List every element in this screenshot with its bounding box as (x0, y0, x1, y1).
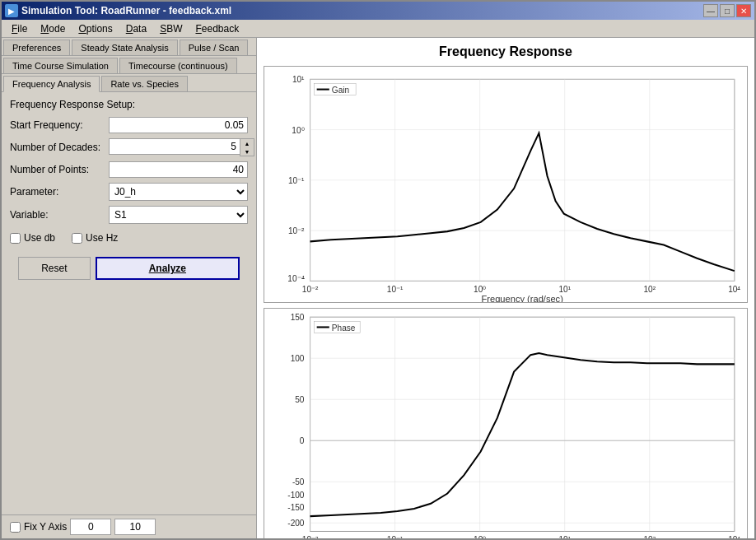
num-decades-row: Number of Decades: ▲ ▼ (10, 138, 248, 156)
maximize-button[interactable]: □ (720, 4, 735, 17)
num-points-input[interactable] (109, 161, 248, 178)
reset-button[interactable]: Reset (18, 257, 91, 280)
svg-text:10⁻¹: 10⁻¹ (387, 285, 404, 294)
chart-title: Frequency Response (264, 44, 748, 59)
app-icon: ▶ (5, 4, 18, 17)
use-db-text: Use db (24, 232, 55, 244)
svg-text:10²: 10² (643, 285, 656, 294)
tab-pulse-scan[interactable]: Pulse / Scan (180, 40, 249, 55)
form-area: Frequency Response Setup: Start Frequenc… (2, 92, 256, 310)
svg-text:10⁻²: 10⁻² (302, 535, 319, 538)
close-button[interactable]: ✕ (736, 4, 751, 17)
menu-options[interactable]: Options (72, 21, 119, 36)
start-frequency-input[interactable] (109, 117, 248, 133)
menu-data[interactable]: Data (119, 21, 153, 36)
tab-time-course[interactable]: Time Course Simulation (3, 58, 118, 73)
svg-text:0: 0 (300, 436, 305, 445)
num-decades-input[interactable] (109, 138, 240, 155)
use-hz-text: Use Hz (86, 232, 118, 244)
main-window: ▶ Simulation Tool: RoadRunner - feedback… (0, 0, 756, 540)
svg-text:50: 50 (295, 395, 305, 404)
svg-text:Phase: Phase (332, 323, 356, 332)
spin-down-button[interactable]: ▼ (240, 147, 254, 156)
variable-row: Variable: S1 S2 S3 (10, 206, 248, 224)
fix-y-axis-row: Fix Y Axis (2, 514, 256, 538)
variable-select[interactable]: S1 S2 S3 (109, 206, 248, 224)
start-frequency-row: Start Frequency: (10, 117, 248, 133)
svg-text:100: 100 (291, 354, 305, 363)
svg-text:10⁰: 10⁰ (474, 535, 486, 538)
svg-text:10¹: 10¹ (558, 535, 571, 538)
use-db-label: Use db (10, 232, 55, 244)
minimize-button[interactable]: — (703, 4, 718, 17)
svg-text:150: 150 (291, 313, 305, 322)
tab-rate-vs-species[interactable]: Rate vs. Species (101, 76, 188, 91)
svg-text:10²: 10² (643, 535, 656, 538)
svg-text:10¹: 10¹ (558, 285, 571, 294)
spin-buttons: ▲ ▼ (240, 138, 254, 156)
tabs-row3: Frequency Analysis Rate vs. Species (2, 74, 256, 92)
start-frequency-label: Start Frequency: (10, 119, 109, 131)
phase-chart: 150 100 50 0 -50 -200 -150 -100 10⁻² 10⁻… (264, 308, 748, 538)
spin-up-button[interactable]: ▲ (240, 139, 254, 147)
checkbox-row: Use db Use Hz (10, 232, 248, 244)
svg-text:10⁻¹: 10⁻¹ (387, 535, 404, 538)
analyze-button[interactable]: Analyze (96, 257, 240, 280)
use-hz-checkbox[interactable] (72, 233, 82, 244)
tabs-row2: Time Course Simulation Timecourse (conti… (2, 56, 256, 74)
num-decades-label: Number of Decades: (10, 142, 109, 153)
svg-text:-50: -50 (292, 477, 305, 486)
chart-container: 10¹ 10⁰ 10⁻¹ 10⁻² 10⁻⁴ 10⁻² 10⁻¹ 10⁰ 10¹… (264, 66, 748, 538)
svg-rect-29 (310, 317, 735, 531)
menu-bar: File Mode Options Data SBW Feedback (2, 20, 754, 38)
svg-text:10⁴: 10⁴ (728, 535, 740, 538)
num-points-label: Number of Points: (10, 164, 109, 175)
tab-frequency-analysis[interactable]: Frequency Analysis (3, 76, 100, 92)
content-area: Preferences Steady State Analysis Pulse … (2, 38, 754, 538)
left-panel: Preferences Steady State Analysis Pulse … (2, 38, 257, 538)
gain-chart: 10¹ 10⁰ 10⁻¹ 10⁻² 10⁻⁴ 10⁻² 10⁻¹ 10⁰ 10¹… (264, 66, 748, 303)
svg-text:-200: -200 (287, 519, 305, 528)
menu-mode[interactable]: Mode (34, 21, 72, 36)
title-bar-controls: — □ ✕ (703, 4, 751, 17)
svg-text:10⁻²: 10⁻² (302, 285, 319, 294)
svg-text:-150: -150 (287, 503, 305, 512)
svg-text:10⁴: 10⁴ (728, 285, 740, 294)
use-hz-label: Use Hz (72, 232, 118, 244)
parameter-select[interactable]: J0_h J0_k J1_h (109, 183, 248, 201)
svg-text:10⁰: 10⁰ (292, 126, 304, 135)
svg-text:10⁻⁴: 10⁻⁴ (287, 274, 304, 283)
right-panel: Frequency Response (257, 38, 754, 538)
menu-sbw[interactable]: SBW (153, 21, 189, 36)
svg-text:Frequency (rad/sec): Frequency (rad/sec) (482, 294, 564, 302)
svg-text:10⁰: 10⁰ (474, 285, 486, 294)
svg-text:Gain: Gain (332, 86, 349, 95)
variable-label: Variable: (10, 209, 109, 221)
title-bar-left: ▶ Simulation Tool: RoadRunner - feedback… (5, 4, 231, 17)
parameter-label: Parameter: (10, 186, 109, 198)
menu-file[interactable]: File (5, 21, 34, 36)
svg-text:10⁻¹: 10⁻¹ (288, 176, 305, 185)
parameter-row: Parameter: J0_h J0_k J1_h (10, 183, 248, 201)
menu-feedback[interactable]: Feedback (189, 21, 245, 36)
fix-y-axis-checkbox[interactable] (10, 522, 21, 533)
use-db-checkbox[interactable] (10, 233, 21, 244)
tabs-row1: Preferences Steady State Analysis Pulse … (2, 38, 256, 56)
fix-y-axis-label: Fix Y Axis (24, 521, 67, 533)
svg-text:10⁻²: 10⁻² (288, 226, 305, 235)
action-buttons: Reset Analyze (10, 252, 248, 285)
svg-text:-100: -100 (287, 491, 305, 500)
fix-y-max-input[interactable] (114, 519, 156, 535)
num-decades-spinner: ▲ ▼ (109, 138, 254, 156)
window-title: Simulation Tool: RoadRunner - feedback.x… (21, 5, 231, 16)
tab-preferences[interactable]: Preferences (3, 40, 70, 55)
title-bar: ▶ Simulation Tool: RoadRunner - feedback… (2, 2, 754, 20)
num-points-row: Number of Points: (10, 161, 248, 178)
tab-steady-state[interactable]: Steady State Analysis (72, 40, 177, 55)
svg-text:10¹: 10¹ (292, 75, 305, 84)
fix-y-min-input[interactable] (70, 519, 111, 535)
tab-timecourse-cont[interactable]: Timecourse (continuous) (119, 58, 237, 73)
form-section-label: Frequency Response Setup: (10, 99, 248, 110)
